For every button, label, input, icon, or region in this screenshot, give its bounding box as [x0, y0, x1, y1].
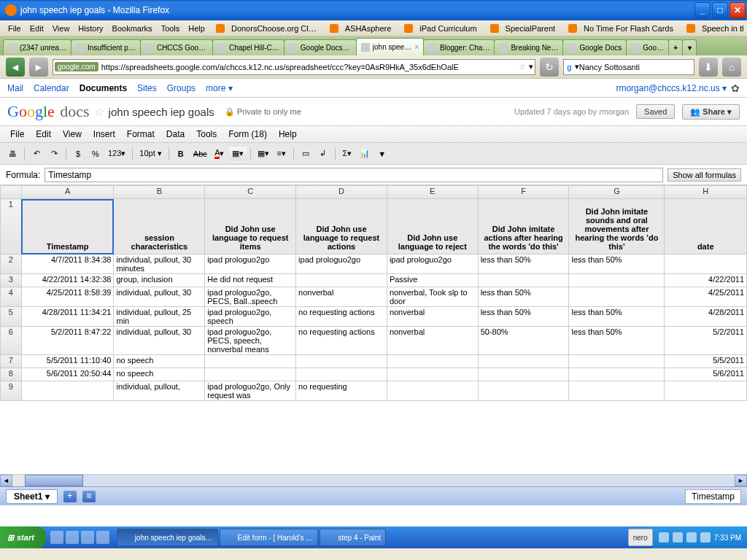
formula-button[interactable]: Σ▾: [339, 146, 355, 162]
taskbar-item[interactable]: step 4 - Paint: [320, 529, 386, 546]
cell[interactable]: ipad prologuo2go: [296, 254, 387, 274]
back-button[interactable]: ◄: [6, 58, 25, 77]
cell[interactable]: [569, 368, 665, 381]
header-cell[interactable]: Timestamp: [21, 199, 114, 254]
cell[interactable]: no requesting actions: [296, 327, 387, 355]
cell[interactable]: nonverbal: [387, 327, 478, 355]
cell[interactable]: 50-80%: [478, 327, 569, 355]
cell[interactable]: 5/5/2011: [665, 355, 747, 368]
browser-tab[interactable]: Google Docs: [562, 39, 627, 55]
docs-menu-item[interactable]: File: [4, 127, 30, 141]
docs-menu-item[interactable]: Tools: [190, 127, 222, 141]
header-cell[interactable]: Did John imitate sounds and oral movemen…: [569, 199, 665, 254]
menu-help[interactable]: Help: [184, 23, 209, 34]
gnav-item[interactable]: Documents: [80, 83, 127, 93]
cell[interactable]: [478, 355, 569, 368]
cell[interactable]: 4/25/2011: [665, 287, 747, 307]
cell[interactable]: [478, 274, 569, 287]
corner-cell[interactable]: [1, 186, 22, 199]
cell[interactable]: individual, pullout, 30 minutes: [114, 254, 205, 274]
menu-tools[interactable]: Tools: [157, 23, 185, 34]
strikethrough-button[interactable]: Abc: [190, 146, 210, 162]
cell[interactable]: 4/28/2011 11:34:21: [21, 307, 114, 327]
cell[interactable]: 5/2/2011 8:47:22: [21, 327, 114, 355]
privacy-label[interactable]: 🔒Private to only me: [225, 107, 301, 117]
system-tray[interactable]: 7:33 PM: [653, 526, 747, 548]
header-cell[interactable]: Did John use language to request actions: [296, 199, 387, 254]
sheet-list-button[interactable]: ≡: [82, 491, 96, 502]
cell[interactable]: [387, 355, 478, 368]
undo-button[interactable]: ↶: [28, 146, 44, 162]
row-header[interactable]: 4: [1, 287, 22, 307]
tab-close-icon[interactable]: ×: [414, 43, 419, 51]
tray-icon[interactable]: [686, 532, 697, 542]
cell[interactable]: 4/22/2011 14:32:38: [21, 274, 114, 287]
cell[interactable]: 4/7/2011 8:34:38: [21, 254, 114, 274]
cell[interactable]: [569, 355, 665, 368]
column-header[interactable]: B: [114, 186, 205, 199]
cell[interactable]: group, inclusion: [114, 274, 205, 287]
cell[interactable]: [296, 355, 387, 368]
docs-menu-item[interactable]: Form (18): [222, 127, 273, 141]
row-header[interactable]: 1: [1, 199, 22, 254]
row-header[interactable]: 9: [1, 381, 22, 401]
saved-button[interactable]: Saved: [636, 104, 675, 119]
header-cell[interactable]: Did John use language to reject: [387, 199, 478, 254]
cell[interactable]: less than 50%: [569, 307, 665, 327]
cell[interactable]: less than 50%: [569, 327, 665, 355]
star-icon[interactable]: ☆: [94, 105, 104, 119]
tray-icon[interactable]: [700, 532, 711, 542]
header-cell[interactable]: date: [665, 199, 747, 254]
cell[interactable]: [296, 274, 387, 287]
docs-menu-item[interactable]: Edit: [30, 127, 57, 141]
cell[interactable]: [205, 355, 296, 368]
cell[interactable]: individual, pullout, 30: [114, 287, 205, 307]
cell[interactable]: [387, 381, 478, 401]
start-button[interactable]: ⊞start: [0, 526, 46, 548]
quick-launch-item[interactable]: [50, 531, 63, 544]
cell[interactable]: [569, 381, 665, 401]
cell[interactable]: no speech: [114, 368, 205, 381]
cell[interactable]: 5/6/2011 20:50:44: [21, 368, 114, 381]
menu-bookmarks[interactable]: Bookmarks: [108, 23, 157, 34]
cell[interactable]: Passive: [387, 274, 478, 287]
format-currency-button[interactable]: $: [70, 146, 86, 162]
font-size-select[interactable]: 10pt ▾: [136, 146, 164, 162]
address-bar[interactable]: google.com https://spreadsheets.google.c…: [53, 59, 535, 75]
menu-view[interactable]: View: [48, 23, 74, 34]
gnav-item[interactable]: Sites: [137, 83, 157, 93]
row-header[interactable]: 7: [1, 355, 22, 368]
format-percent-button[interactable]: %: [88, 146, 104, 162]
cell[interactable]: ipad prologuo2go: [205, 254, 296, 274]
docs-menu-item[interactable]: Data: [160, 127, 190, 141]
cell[interactable]: [569, 287, 665, 307]
menu-history[interactable]: History: [74, 23, 107, 34]
header-cell[interactable]: Did John imitate actions after hearing t…: [478, 199, 569, 254]
cell[interactable]: nonverbal, Took slp to door: [387, 287, 478, 307]
cell[interactable]: 5/6/2011: [665, 368, 747, 381]
scroll-left-button[interactable]: ◄: [0, 475, 12, 486]
spreadsheet-grid[interactable]: ABCDEFGH1Timestampsession characteristic…: [0, 185, 747, 474]
cell[interactable]: less than 50%: [478, 307, 569, 327]
cell[interactable]: ipad prologuo2go, PECS, speech, nonverba…: [205, 327, 296, 355]
text-color-button[interactable]: A▾: [212, 146, 228, 162]
cell[interactable]: [296, 368, 387, 381]
browser-tab[interactable]: Chapel Hill-C…: [212, 39, 285, 55]
row-header[interactable]: 5: [1, 307, 22, 327]
bold-button[interactable]: B: [173, 146, 189, 162]
close-button[interactable]: ✕: [729, 2, 746, 18]
docs-menu-item[interactable]: Insert: [88, 127, 121, 141]
cell[interactable]: nonverbal: [296, 287, 387, 307]
bookmark-item[interactable]: Speech in the Schools: [684, 22, 743, 35]
new-tab-button[interactable]: +: [668, 39, 683, 55]
cell[interactable]: no requesting actions: [296, 307, 387, 327]
downloads-button[interactable]: ⬇: [699, 58, 718, 77]
docs-menu-item[interactable]: Help: [273, 127, 303, 141]
cell[interactable]: no requesting: [296, 381, 387, 401]
gnav-item[interactable]: Groups: [167, 83, 196, 93]
cell[interactable]: ipad prologuo2go, Only request was: [205, 381, 296, 401]
menu-file[interactable]: File: [4, 23, 26, 34]
column-header[interactable]: E: [387, 186, 478, 199]
cell[interactable]: 5/5/2011 11:10:40: [21, 355, 114, 368]
quick-launch-item[interactable]: [81, 531, 94, 544]
